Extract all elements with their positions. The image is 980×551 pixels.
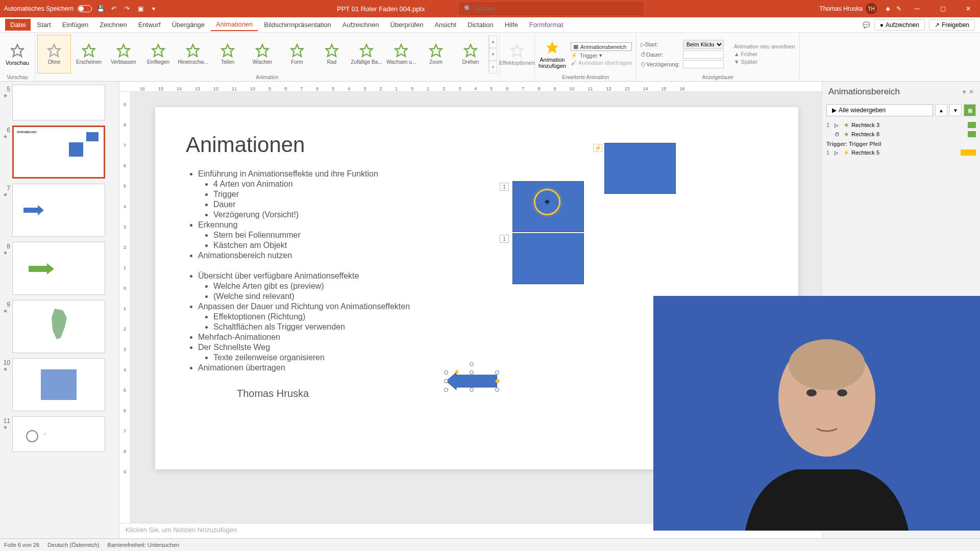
anim-none[interactable]: Ohne [37,35,71,73]
svg-marker-7 [256,44,268,56]
anim-wheel[interactable]: Rad [315,35,349,73]
slide-title[interactable]: Animationen [186,133,768,157]
slide-thumbnail-panel[interactable]: 5★ 6★Animationen 7★ 8★ 9★ 10★ 11★♡ [0,82,119,538]
maximize-button[interactable]: ▢ [931,0,954,17]
preview-button[interactable]: Vorschau [2,36,33,72]
save-icon[interactable]: 💾 [96,4,105,13]
effect-options-button[interactable]: Effektoptionen [502,36,532,72]
move-later[interactable]: ▼ Später [734,59,795,65]
shape-rechteck-5[interactable] [604,143,676,194]
anim-tag-1[interactable]: 1 [500,183,509,191]
highlight-circle: ✥ [534,189,560,215]
undo-icon[interactable]: ↶ [109,4,118,13]
tab-ansicht[interactable]: Ansicht [429,19,461,31]
gallery-nav[interactable]: ▲▼▾ [488,35,497,73]
tab-zeichnen[interactable]: Zeichnen [94,19,132,31]
thumb-10[interactable] [12,358,105,411]
close-button[interactable]: ✕ [957,0,980,17]
minimize-button[interactable]: — [905,0,929,17]
start-select[interactable]: Beim Klicken [683,40,724,49]
anim-tag-2[interactable]: 1 [500,235,509,243]
move-down-button[interactable]: ▼ [949,104,962,116]
autosave-toggle[interactable] [78,5,92,12]
document-title: PPT 01 Roter Faden 004.pptx [337,5,425,13]
more-icon[interactable]: ▾ [149,4,158,13]
slideshow-icon[interactable]: ▣ [136,4,145,13]
anim-appear[interactable]: Erscheinen [72,35,106,73]
trigger-tag-icon[interactable]: ⚡ [593,144,602,152]
anim-fade[interactable]: Verblassen [107,35,140,73]
tab-ueberpruefen[interactable]: Überprüfen [385,19,428,31]
duration-input[interactable] [683,51,724,59]
delay-input[interactable] [683,60,724,68]
svg-marker-9 [326,44,337,56]
thumb-5[interactable] [12,85,105,120]
thumb-7[interactable] [12,184,105,237]
animation-pane-toggle[interactable]: ▦ Animationsbereich [571,42,632,51]
selected-arrow-shape[interactable] [446,372,497,390]
group-advanced-label: Erweiterte Animation [537,74,634,81]
thumb-11[interactable]: ♡ [12,416,105,452]
anim-floatin[interactable]: Hineinschw... [176,35,210,73]
add-animation-button[interactable]: Animation hinzufügen [537,36,568,72]
anim-random[interactable]: Zufällige Ba... [350,35,383,73]
anim-grow[interactable]: Wachsen u... [384,35,418,73]
webcam-overlay [653,296,980,531]
status-slide: Folie 6 von 26 [4,542,39,548]
anim-entry-2[interactable]: ⏱★Rechteck 8 [826,130,976,139]
tab-start[interactable]: Start [32,19,56,31]
title-bar: Automatisches Speichern 💾 ↶ ↷ ▣ ▾ PPT 01… [0,0,980,17]
diamond-icon[interactable]: ◈ [883,4,892,13]
comments-icon[interactable]: 💬 [863,21,870,29]
move-up-button[interactable]: ▲ [935,104,947,116]
status-language[interactable]: Deutsch (Österreich) [47,542,99,548]
anim-entry-1[interactable]: 1▷★Rechteck 3 [826,120,976,130]
search-box[interactable]: 🔍 [459,3,643,15]
anim-shape[interactable]: Form [280,35,314,73]
user-account[interactable]: Thomas Hruska TH [815,3,881,14]
thumb-9[interactable] [12,300,105,353]
share-button[interactable]: ↗ Freigeben [929,19,975,31]
tab-entwurf[interactable]: Entwurf [133,19,166,31]
user-avatar: TH [866,3,877,14]
status-accessibility[interactable]: Barrierefreiheit: Untersuchen [108,542,180,548]
svg-marker-14 [511,44,523,56]
redo-icon[interactable]: ↷ [122,4,132,13]
tab-uebergaenge[interactable]: Übergänge [167,19,210,31]
anim-flyin[interactable]: Einfliegen [141,35,175,73]
tab-einfuegen[interactable]: Einfügen [57,19,93,31]
preview-star-icon [9,42,26,59]
tab-formformat[interactable]: Formformat [524,19,569,31]
vertical-ruler: 9876543210123456789 [119,92,131,523]
tab-aufzeichnen[interactable]: Aufzeichnen [337,19,384,31]
pane-close-icon[interactable]: ✕ [969,88,974,95]
svg-marker-0 [11,44,23,56]
thumb-8[interactable] [12,242,105,295]
tab-bildschirm[interactable]: Bildschirmpräsentation [259,19,336,31]
pen-icon[interactable]: ✎ [894,4,903,13]
search-input[interactable] [475,5,639,12]
svg-point-22 [806,389,817,396]
move-earlier[interactable]: ▲ Früher [734,51,795,57]
thumb-6[interactable]: Animationen [12,126,105,179]
anim-entry-trigger-1[interactable]: 1▷★Rechteck 5 [826,148,976,157]
pane-dropdown-icon[interactable]: ▾ [963,88,966,95]
effect-options-icon [509,42,525,59]
play-all-button[interactable]: ▶ Alle wiedergeben [826,104,933,116]
anim-split[interactable]: Teilen [211,35,244,73]
svg-marker-3 [117,44,129,56]
tab-datei[interactable]: Datei [5,19,31,31]
trigger-dropdown[interactable]: ⚡ Trigger ▾ [571,52,632,59]
tab-hilfe[interactable]: Hilfe [500,19,523,31]
svg-marker-8 [291,44,303,56]
tab-dictation[interactable]: Dictation [462,19,499,31]
anim-spin[interactable]: Drehen [454,35,487,73]
pane-extra-button[interactable]: ▦ [964,104,976,116]
svg-marker-16 [23,205,44,215]
shape-rechteck-8[interactable] [512,233,584,284]
record-button[interactable]: ● Aufzeichnen [874,19,925,31]
anim-wipe[interactable]: Wischen [246,35,279,73]
tab-animationen[interactable]: Animationen [211,18,258,31]
anim-zoom[interactable]: Zoom [419,35,453,73]
animation-painter[interactable]: 🖌 Animation übertragen [571,60,632,66]
